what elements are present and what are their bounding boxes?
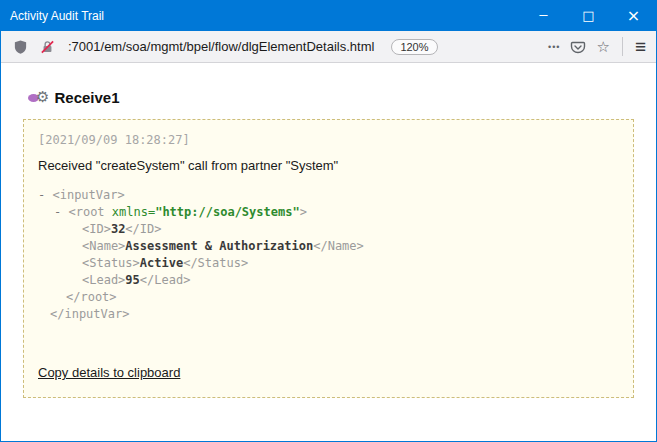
collapse-toggle-icon[interactable]: - <box>54 205 68 219</box>
xml-tag: </Lead> <box>140 273 191 287</box>
xml-tag: </Status> <box>183 256 248 270</box>
xml-line: <Status>Active</Status> <box>38 255 619 272</box>
activity-heading: ⚙ Receive1 <box>28 89 634 106</box>
xml-line: </root> <box>38 289 619 306</box>
url-bar[interactable]: :7001/em/soa/mgmt/bpel/flow/dlgElementDe… <box>68 39 374 54</box>
xml-text: 32 <box>111 222 125 236</box>
copy-details-link[interactable]: Copy details to clipboard <box>38 365 180 380</box>
insecure-lock-icon[interactable] <box>38 38 56 56</box>
page-content: ⚙ Receive1 [2021/09/09 18:28:27] Receive… <box>1 63 656 441</box>
browser-toolbar: :7001/em/soa/mgmt/bpel/flow/dlgElementDe… <box>1 31 656 63</box>
gear-icon: ⚙ <box>36 90 49 105</box>
xml-tag: <Lead> <box>82 273 125 287</box>
xml-line: </inputVar> <box>38 306 619 323</box>
xml-line: - <inputVar> <box>38 187 619 204</box>
xml-tag: <ID> <box>82 222 111 236</box>
xml-line: <Lead>95</Lead> <box>38 272 619 289</box>
xml-line: - <root xmlns="http://soa/Systems"> <box>38 204 619 221</box>
xml-tag: </ID> <box>125 222 161 236</box>
xml-text: Active <box>140 256 183 270</box>
maximize-button[interactable]: □ <box>566 1 611 31</box>
xml-tag: </inputVar> <box>50 307 129 321</box>
zoom-indicator-badge[interactable]: 120% <box>391 39 437 55</box>
tracking-protection-shield-icon[interactable] <box>11 38 29 56</box>
xml-text: 95 <box>125 273 139 287</box>
audit-timestamp: [2021/09/09 18:28:27] <box>38 133 619 147</box>
window-title: Activity Audit Trail <box>1 9 521 23</box>
audit-detail-box: [2021/09/09 18:28:27] Received "createSy… <box>23 119 634 398</box>
page-actions-icon[interactable]: ••• <box>548 42 560 52</box>
xml-tag: </root> <box>66 290 117 304</box>
toolbar-separator <box>622 37 623 56</box>
bookmark-star-icon[interactable]: ☆ <box>596 39 609 54</box>
xml-text: Assessment & Authorization <box>125 239 313 253</box>
xml-tag: <inputVar> <box>52 188 124 202</box>
receive-activity-icon: ⚙ <box>28 90 49 105</box>
minimize-button[interactable]: ─ <box>521 1 566 31</box>
activity-name: Receive1 <box>54 89 119 106</box>
xml-tag: </Name> <box>313 239 364 253</box>
xml-attr: xmlns= <box>112 205 155 219</box>
collapse-toggle-icon[interactable]: - <box>38 188 52 202</box>
xml-tag: <root <box>68 205 111 219</box>
window-controls: ─ □ × <box>521 1 656 31</box>
xml-tag: <Name> <box>82 239 125 253</box>
xml-tree: - <inputVar>- <root xmlns="http://soa/Sy… <box>38 187 619 323</box>
browser-window: Activity Audit Trail ─ □ × :7001/em/soa/… <box>0 0 657 442</box>
xml-tag: <Status> <box>82 256 140 270</box>
titlebar: Activity Audit Trail ─ □ × <box>1 1 656 31</box>
xml-line: <Name>Assessment & Authorization</Name> <box>38 238 619 255</box>
pocket-icon[interactable] <box>569 38 587 56</box>
audit-message: Received "createSystem" call from partne… <box>38 158 619 173</box>
xml-tag: > <box>300 205 307 219</box>
xml-attrval: "http://soa/Systems" <box>155 205 300 219</box>
xml-line: <ID>32</ID> <box>38 221 619 238</box>
close-button[interactable]: × <box>611 1 656 31</box>
hamburger-menu-icon[interactable]: ≡ <box>635 37 646 56</box>
